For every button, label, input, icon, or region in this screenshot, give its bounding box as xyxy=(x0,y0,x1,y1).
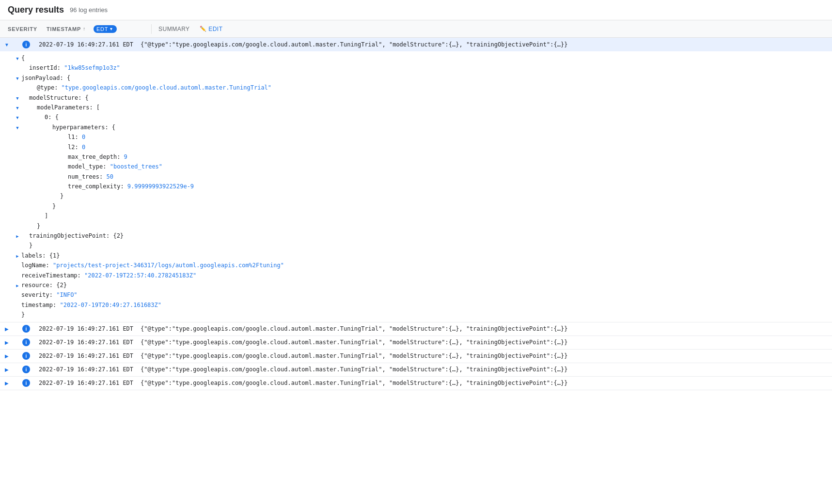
json-modelparams-close: ] xyxy=(14,211,832,221)
expand-icon-1: ▶ xyxy=(5,340,9,345)
log-row-0[interactable]: ▶ i 2022-07-19 16:49:27.161 EDT {"@type"… xyxy=(0,322,832,336)
collapsed-rows: ▶ i 2022-07-19 16:49:27.161 EDT {"@type"… xyxy=(0,322,832,390)
log-count: 96 log entries xyxy=(70,6,108,14)
json-insertId: insertId: "1kw85sefmp1o3z" xyxy=(14,63,832,73)
timestamp-col-4: 2022-07-19 16:49:27.161 EDT xyxy=(39,380,141,386)
json-index0: ▼ 0: { xyxy=(14,112,832,122)
severity-col-4: i xyxy=(14,379,39,387)
json-resource: ▶ resource: {2} xyxy=(14,280,832,290)
json-detail: ▼ { insertId: "1kw85sefmp1o3z" ▼ jsonPay… xyxy=(0,51,832,322)
expand-col-2[interactable]: ▶ xyxy=(0,353,14,359)
log-row-1[interactable]: ▶ i 2022-07-19 16:49:27.161 EDT {"@type"… xyxy=(0,336,832,350)
json-jsonPayload: ▼ jsonPayload: { xyxy=(14,73,832,83)
expand-col-4[interactable]: ▶ xyxy=(0,381,14,386)
json-num-trees: num_trees: 50 xyxy=(14,172,832,182)
json-modelStructure: ▼ modelStructure: { xyxy=(14,93,832,103)
json-modelstructure-close: } xyxy=(14,221,832,231)
expand-icon-2: ▶ xyxy=(5,353,9,359)
json-logName: logName: "projects/test-project-346317/l… xyxy=(14,260,832,270)
json-trainingObjectivePoint: ▶ trainingObjectivePoint: {2} xyxy=(14,231,832,241)
expand-col[interactable]: ▼ xyxy=(0,42,14,47)
row-timestamp: 2022-07-19 16:49:27.161 EDT xyxy=(39,41,141,48)
modelstructure-expand-btn[interactable]: ▼ xyxy=(14,95,21,102)
json-model-type: model_type: "boosted_trees" xyxy=(14,162,832,171)
json-index0-close: } xyxy=(14,201,832,211)
collapse-icon: ▼ xyxy=(4,42,9,47)
timestamp-col-1: 2022-07-19 16:49:27.161 EDT xyxy=(39,339,141,346)
log-row-4[interactable]: ▶ i 2022-07-19 16:49:27.161 EDT {"@type"… xyxy=(0,377,832,390)
timestamp-col-0: 2022-07-19 16:49:27.161 EDT xyxy=(39,325,141,332)
timestamp-col-2: 2022-07-19 16:49:27.161 EDT xyxy=(39,352,141,359)
toolbar: SEVERITY TIMESTAMP ↑ EDT ▾ SUMMARY ✏️ ED… xyxy=(0,20,832,38)
message-col-4: {"@type":"type.googleapis.com/google.clo… xyxy=(141,380,832,386)
json-max-tree-depth: max_tree_depth: 9 xyxy=(14,152,832,162)
log-row-2[interactable]: ▶ i 2022-07-19 16:49:27.161 EDT {"@type"… xyxy=(0,350,832,363)
modelparams-expand-btn[interactable]: ▼ xyxy=(14,105,21,112)
hyperparams-expand-btn[interactable]: ▼ xyxy=(14,124,21,132)
expand-btn[interactable]: ▼ xyxy=(14,55,21,62)
message-col-3: {"@type":"type.googleapis.com/google.clo… xyxy=(141,366,832,373)
edt-dropdown[interactable]: EDT ▾ xyxy=(94,25,117,33)
severity-col-3: i xyxy=(14,366,39,373)
json-hyperparams-close: } xyxy=(14,191,832,201)
message-col-1: {"@type":"type.googleapis.com/google.clo… xyxy=(141,339,832,346)
json-timestamp: timestamp: "2022-07-19T20:49:27.161683Z" xyxy=(14,300,832,310)
json-hyperparameters: ▼ hyperparameters: { xyxy=(14,122,832,132)
severity-badge-1: i xyxy=(22,338,30,346)
expand-icon-4: ▶ xyxy=(5,381,9,386)
severity-col-1: i xyxy=(14,338,39,346)
log-area: ▼ i 2022-07-19 16:49:27.161 EDT {"@type"… xyxy=(0,38,832,504)
training-expand-btn[interactable]: ▶ xyxy=(14,233,21,240)
summary-button[interactable]: SUMMARY xyxy=(154,24,195,34)
severity-badge-3: i xyxy=(22,366,30,373)
json-close-brace: } xyxy=(14,310,832,320)
resource-expand-btn[interactable]: ▶ xyxy=(14,282,21,290)
json-tree-complexity: tree_complexity: 9.99999993922529e-9 xyxy=(14,182,832,191)
severity-badge-4: i xyxy=(22,379,30,387)
labels-expand-btn[interactable]: ▶ xyxy=(14,253,21,260)
expand-icon-3: ▶ xyxy=(5,367,9,372)
message-col-0: {"@type":"type.googleapis.com/google.clo… xyxy=(141,325,832,332)
json-modelParameters: ▼ modelParameters: [ xyxy=(14,103,832,112)
json-atType: @type: "type.googleapis.com/google.cloud… xyxy=(14,83,832,92)
json-severity: severity: "INFO" xyxy=(14,290,832,300)
expand-col-1[interactable]: ▶ xyxy=(0,340,14,345)
index0-expand-btn[interactable]: ▼ xyxy=(14,114,21,122)
message-col-2: {"@type":"type.googleapis.com/google.clo… xyxy=(141,352,832,359)
severity-badge-0: i xyxy=(22,325,30,333)
severity-column-header: SEVERITY xyxy=(4,20,43,37)
row-message: {"@type":"type.googleapis.com/google.clo… xyxy=(141,41,832,48)
timestamp-col-3: 2022-07-19 16:49:27.161 EDT xyxy=(39,366,141,373)
jsonpayload-expand-btn[interactable]: ▼ xyxy=(14,75,21,82)
json-labels: ▶ labels: {1} xyxy=(14,251,832,260)
log-row-expanded: ▼ i 2022-07-19 16:49:27.161 EDT {"@type"… xyxy=(0,38,832,322)
pencil-icon: ✏️ xyxy=(200,26,207,32)
expand-col-0[interactable]: ▶ xyxy=(0,326,14,332)
page-title: Query results xyxy=(8,5,64,15)
json-l2: l2: 0 xyxy=(14,142,832,152)
expanded-row-summary[interactable]: ▼ i 2022-07-19 16:49:27.161 EDT {"@type"… xyxy=(0,38,832,51)
severity-col-0: i xyxy=(14,325,39,333)
log-row-3[interactable]: ▶ i 2022-07-19 16:49:27.161 EDT {"@type"… xyxy=(0,363,832,377)
edit-button[interactable]: ✏️ EDIT xyxy=(195,24,228,34)
timestamp-column-header[interactable]: TIMESTAMP ↑ EDT ▾ xyxy=(43,20,149,37)
chevron-down-icon: ▾ xyxy=(110,26,113,31)
json-open-brace: ▼ { xyxy=(14,53,832,63)
expand-icon-0: ▶ xyxy=(5,326,9,332)
sort-arrow-icon: ↑ xyxy=(83,26,86,31)
severity-badge-2: i xyxy=(22,352,30,360)
page-header: Query results 96 log entries xyxy=(0,0,832,20)
toolbar-divider xyxy=(151,24,152,34)
severity-badge: i xyxy=(22,41,30,48)
json-receiveTimestamp: receiveTimestamp: "2022-07-19T22:57:40.2… xyxy=(14,271,832,280)
json-jsonpayload-close: } xyxy=(14,241,832,250)
severity-col-2: i xyxy=(14,352,39,360)
json-l1: l1: 0 xyxy=(14,132,832,142)
expand-col-3[interactable]: ▶ xyxy=(0,367,14,372)
severity-indicator: i xyxy=(14,41,39,48)
